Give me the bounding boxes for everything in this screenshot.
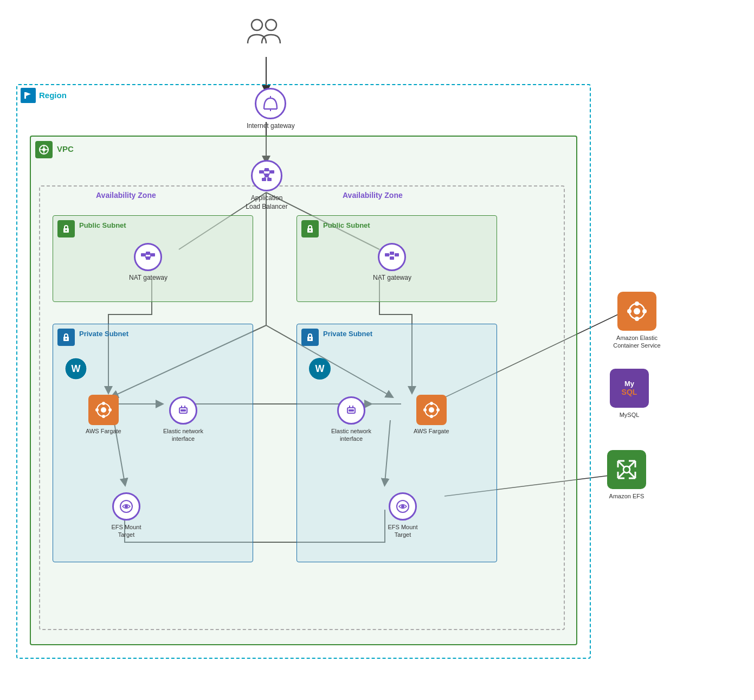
svg-point-91: [635, 317, 639, 321]
svg-rect-51: [181, 409, 186, 412]
eni-left-icon: [169, 396, 197, 425]
side-ecs-icon: [617, 292, 656, 331]
svg-point-44: [102, 402, 105, 405]
svg-point-55: [310, 338, 311, 340]
efs-left-label: EFS Mount Target: [105, 523, 148, 539]
eni-right-label: Elastic network interface: [330, 427, 373, 443]
alb-wrapper: Application Load Balancer: [245, 160, 288, 211]
svg-line-81: [269, 170, 270, 172]
svg-point-47: [108, 408, 112, 412]
side-mysql-wrapper: My SQL MySQL: [610, 369, 649, 419]
efs-right: EFS Mount Target: [381, 492, 424, 539]
public-subnet-right-lock-icon: [301, 220, 319, 237]
public-subnet-right-label: Public Subnet: [323, 221, 370, 229]
wordpress-right: W: [308, 357, 332, 383]
private-subnet-right-lock-icon: [301, 329, 319, 346]
eni-right-icon: [337, 396, 365, 425]
nat-right-label: NAT gateway: [373, 274, 411, 281]
svg-rect-23: [146, 256, 150, 260]
private-subnet-right: Private Subnet W Elastic: [297, 324, 497, 562]
vpc-icon: [35, 141, 53, 158]
internet-gateway-label: Internet gateway: [247, 122, 295, 130]
svg-point-43: [101, 407, 106, 413]
svg-point-67: [436, 408, 440, 412]
side-ecs-label: Amazon Elastic Container Service: [610, 334, 664, 350]
efs-left: EFS Mount Target: [105, 492, 148, 539]
svg-rect-34: [390, 256, 394, 260]
side-efs-label: Amazon EFS: [609, 492, 645, 500]
svg-point-46: [95, 408, 99, 412]
efs-left-icon: [112, 492, 140, 521]
vpc-label: VPC: [57, 144, 74, 153]
internet-gateway-icon: [255, 88, 286, 119]
svg-line-86: [267, 177, 269, 178]
public-subnet-right: Public Subnet NAT gateway: [297, 215, 497, 302]
side-ecs-wrapper: Amazon Elastic Container Service: [610, 292, 664, 350]
az-right-label: Availability Zone: [343, 191, 403, 200]
svg-point-66: [423, 408, 427, 412]
private-subnet-right-label: Private Subnet: [323, 330, 372, 338]
users-icon-wrapper: [245, 15, 283, 48]
svg-rect-83: [262, 178, 266, 181]
side-mysql-label: MySQL: [620, 411, 640, 419]
svg-point-70: [252, 20, 262, 30]
public-subnet-left-label: Public Subnet: [79, 221, 126, 229]
region-label: Region: [39, 91, 67, 100]
public-subnet-left: Public Subnet NAT ga: [53, 215, 253, 302]
svg-point-90: [635, 301, 639, 306]
nat-gateway-left: NAT gateway: [129, 243, 167, 281]
svg-rect-33: [390, 252, 394, 255]
svg-text:W: W: [315, 363, 325, 374]
alb-label: Application Load Balancer: [245, 194, 288, 211]
svg-text:W: W: [72, 363, 81, 374]
svg-point-31: [310, 230, 311, 232]
svg-marker-14: [26, 92, 31, 96]
fargate-left: AWS Fargate: [86, 395, 121, 434]
svg-point-20: [66, 230, 67, 232]
svg-point-69: [401, 505, 404, 508]
svg-line-79: [263, 170, 265, 172]
fargate-right-label: AWS Fargate: [414, 428, 449, 434]
nat-left-label: NAT gateway: [129, 274, 167, 281]
private-subnet-left-label: Private Subnet: [79, 330, 128, 338]
nat-gateway-right: NAT gateway: [373, 243, 411, 281]
svg-rect-21: [141, 253, 145, 256]
eni-right: Elastic network interface: [330, 396, 373, 443]
fargate-right: AWS Fargate: [414, 395, 449, 434]
az-left-label: Availability Zone: [96, 191, 156, 200]
svg-line-26: [150, 253, 151, 255]
side-efs-icon: [607, 450, 646, 489]
alb-icon: [251, 160, 282, 191]
svg-rect-84: [267, 178, 272, 181]
svg-line-80: [263, 172, 265, 175]
nat-right-icon: [378, 243, 406, 271]
eni-left-label: Elastic network interface: [162, 427, 205, 443]
svg-rect-35: [395, 253, 399, 256]
mysql-text: My: [624, 380, 634, 388]
public-subnet-left-lock-icon: [57, 220, 75, 237]
svg-point-93: [642, 309, 647, 313]
side-efs-wrapper: Amazon EFS: [607, 450, 646, 500]
svg-rect-77: [265, 174, 269, 177]
svg-line-28: [145, 253, 146, 255]
private-subnet-left-lock-icon: [57, 329, 75, 346]
svg-rect-24: [151, 253, 155, 256]
efs-right-icon: [389, 492, 417, 521]
svg-point-65: [430, 415, 433, 418]
eni-left: Elastic network interface: [162, 396, 205, 443]
svg-rect-76: [265, 168, 269, 171]
efs-right-label: EFS Mount Target: [381, 523, 424, 539]
svg-point-38: [66, 338, 67, 340]
svg-point-92: [627, 309, 631, 313]
side-mysql-icon: My SQL: [610, 369, 649, 408]
svg-point-63: [429, 407, 434, 413]
svg-rect-22: [146, 252, 150, 255]
svg-point-53: [125, 505, 128, 508]
svg-rect-75: [259, 170, 263, 174]
fargate-right-icon: [416, 395, 447, 425]
private-subnet-left: Private Subnet W: [53, 324, 253, 562]
nat-left-icon: [134, 243, 162, 271]
svg-rect-78: [270, 170, 274, 174]
svg-point-89: [634, 308, 640, 314]
svg-line-85: [264, 177, 267, 178]
